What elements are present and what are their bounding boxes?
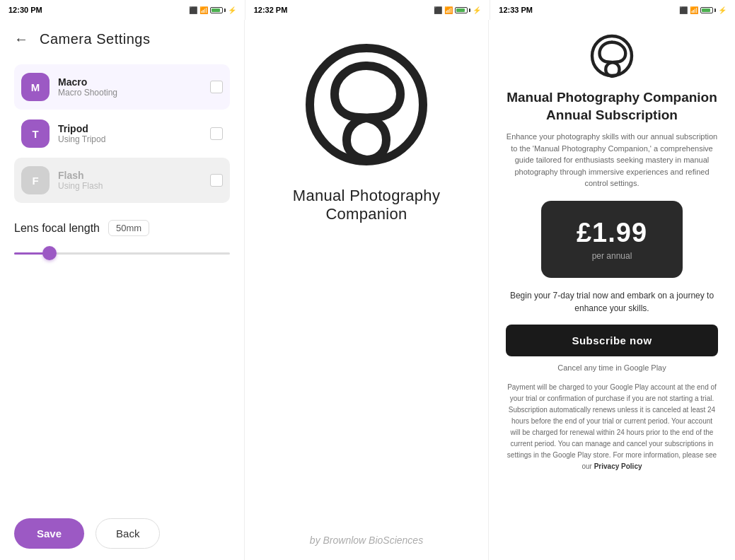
macro-icon: M — [21, 73, 50, 101]
app-name: Manual PhotographyCompanion — [293, 187, 440, 223]
tripod-text: Tripod Using Tripod — [58, 123, 210, 144]
back-button[interactable]: Back — [96, 518, 160, 549]
macro-text: Macro Macro Shooting — [58, 76, 210, 98]
payment-info: Payment will be charged to your Google P… — [506, 382, 718, 472]
tripod-title: Tripod — [58, 123, 210, 134]
flash-subtitle: Using Flash — [58, 181, 210, 191]
main-content: ← Camera Settings M Macro Macro Shooting… — [0, 20, 735, 560]
wifi-icon-3: 📶 — [690, 6, 698, 14]
save-button[interactable]: Save — [14, 518, 84, 549]
settings-item-macro[interactable]: M Macro Macro Shooting — [14, 64, 230, 110]
header: ← Camera Settings — [14, 31, 230, 47]
price-amount: £1.99 — [564, 218, 660, 248]
settings-item-flash[interactable]: F Flash Using Flash — [14, 158, 230, 203]
flash-icon: F — [21, 166, 50, 194]
slider-thumb[interactable] — [42, 246, 57, 260]
time-3: 12:33 PM — [499, 6, 533, 14]
wifi-icon-2: 📶 — [444, 6, 453, 14]
battery-icon-2 — [455, 7, 470, 13]
focal-header: Lens focal length 50mm — [14, 220, 230, 236]
tripod-subtitle: Using Tripod — [58, 134, 210, 144]
app-logo-large — [296, 34, 437, 175]
trial-text: Begin your 7-day trial now and embark on… — [506, 289, 718, 315]
status-section-2: 12:32 PM ⬛ 📶 ⚡ — [245, 0, 491, 20]
status-section-1: 12:30 PM ⬛ 📶 ⚡ — [0, 0, 245, 20]
middle-panel: Manual PhotographyCompanion by Brownlow … — [245, 20, 489, 560]
battery-icon-1 — [210, 7, 226, 13]
battery-icon-3 — [700, 7, 716, 13]
bolt-icon-3: ⚡ — [718, 6, 727, 14]
photo-icon-3: ⬛ — [679, 6, 688, 14]
tripod-icon: T — [21, 119, 50, 148]
status-icons-1: ⬛ 📶 ⚡ — [189, 6, 236, 14]
price-card: £1.99 per annual — [541, 201, 683, 278]
by-line: by Brownlow BioSciences — [310, 535, 423, 546]
time-1: 12:30 PM — [8, 6, 42, 14]
page-title: Camera Settings — [40, 31, 150, 47]
flash-checkbox[interactable] — [210, 174, 223, 187]
flash-title: Flash — [58, 170, 210, 181]
sub-logo — [587, 31, 637, 81]
subscription-title: Manual Photography CompanionAnnual Subsc… — [507, 89, 717, 124]
focal-label: Lens focal length — [14, 222, 100, 235]
privacy-policy-link[interactable]: Privacy Policy — [594, 462, 642, 470]
settings-list: M Macro Macro Shooting T Tripod Using Tr… — [14, 64, 230, 203]
focal-value: 50mm — [108, 220, 149, 236]
status-icons-2: ⬛ 📶 ⚡ — [434, 6, 481, 14]
time-2: 12:32 PM — [254, 6, 288, 14]
back-arrow-button[interactable]: ← — [14, 31, 28, 47]
left-panel: ← Camera Settings M Macro Macro Shooting… — [0, 20, 245, 560]
right-panel: Manual Photography CompanionAnnual Subsc… — [489, 20, 735, 560]
macro-checkbox[interactable] — [210, 81, 223, 93]
status-icons-3: ⬛ 📶 ⚡ — [679, 6, 727, 14]
focal-slider[interactable] — [14, 245, 230, 262]
price-period: per annual — [564, 251, 660, 261]
status-bar: 12:30 PM ⬛ 📶 ⚡ 12:32 PM ⬛ 📶 ⚡ 12:33 PM ⬛ — [0, 0, 735, 20]
bottom-buttons: Save Back — [14, 507, 230, 549]
macro-title: Macro — [58, 76, 210, 88]
settings-item-tripod[interactable]: T Tripod Using Tripod — [14, 111, 230, 156]
photo-icon-2: ⬛ — [434, 6, 442, 14]
flash-text: Flash Using Flash — [58, 170, 210, 191]
bolt-icon-2: ⚡ — [473, 6, 481, 14]
status-section-3: 12:33 PM ⬛ 📶 ⚡ — [490, 0, 735, 20]
focal-section: Lens focal length 50mm — [14, 220, 230, 262]
wifi-icon: 📶 — [199, 6, 208, 14]
tripod-checkbox[interactable] — [210, 127, 223, 140]
photo-icon: ⬛ — [189, 6, 197, 14]
macro-subtitle: Macro Shooting — [58, 88, 210, 98]
cancel-text: Cancel any time in Google Play — [557, 363, 666, 372]
bolt-icon-1: ⚡ — [228, 6, 236, 14]
subscribe-button[interactable]: Subscribe now — [506, 325, 718, 356]
subscription-description: Enhance your photography skills with our… — [506, 131, 718, 189]
